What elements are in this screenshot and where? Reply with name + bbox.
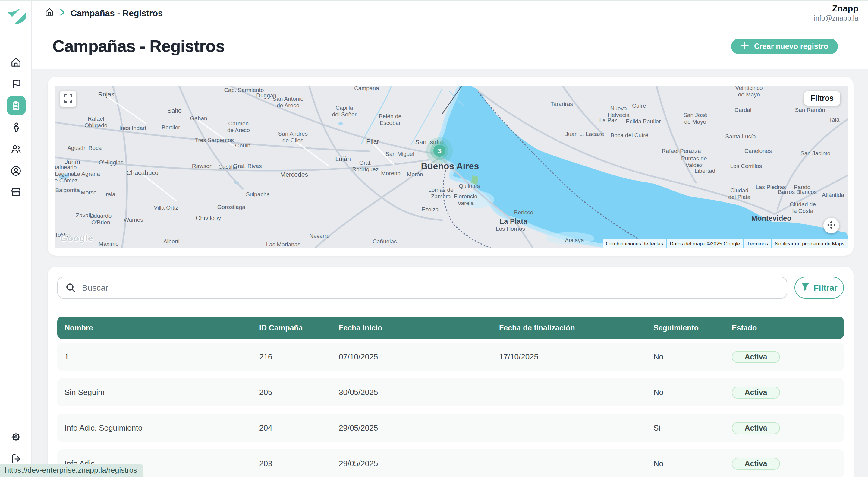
cell-estado: Activa	[732, 386, 844, 398]
plus-icon	[741, 41, 749, 51]
search-field	[57, 277, 787, 298]
sidebar-item-home[interactable]	[0, 56, 32, 68]
page-header: Campañas - Registros Crear nuevo registr…	[32, 25, 868, 67]
cell-id: 203	[259, 459, 339, 468]
main-area: Campañas - Registros Znapp info@znapp.la…	[32, 1, 868, 477]
content-area: RojasCap. SarmientoDugganSan Antonio de …	[32, 69, 868, 477]
sidebar-item-contacts[interactable]	[0, 121, 32, 133]
breadcrumb-label[interactable]: Campañas - Registros	[70, 8, 163, 18]
url-preview: https://dev-enterprise.znapp.la/registro…	[0, 464, 143, 477]
map-cluster-marker[interactable]: 3	[427, 138, 453, 164]
sidebar-item-users[interactable]	[0, 143, 32, 155]
map-attribution-link[interactable]: Términos	[744, 239, 771, 248]
table-row[interactable]: 121607/10/202517/10/2025NoActiva	[57, 342, 844, 371]
search-icon	[65, 282, 76, 296]
records-card: Filtrar NombreID CampañaFecha InicioFech…	[48, 267, 854, 477]
map-attribution-link[interactable]: Notificar un problema de Maps	[772, 239, 847, 248]
funnel-icon	[801, 282, 809, 293]
top-strip	[0, 0, 868, 1]
cell-seguimiento: Si	[653, 423, 732, 433]
sidebar	[0, 0, 32, 477]
cell-seguimiento: No	[653, 352, 732, 361]
cell-estado: Activa	[732, 422, 844, 434]
sidebar-item-registros[interactable]	[0, 96, 32, 115]
app-window: Campañas - Registros Znapp info@znapp.la…	[0, 0, 868, 477]
flag-icon	[10, 79, 22, 89]
fullscreen-icon	[64, 94, 72, 104]
user-name: Znapp	[814, 3, 858, 14]
map-card: RojasCap. SarmientoDugganSan Antonio de …	[48, 77, 854, 256]
column-header: ID Campaña	[259, 324, 339, 332]
status-badge: Activa	[732, 422, 780, 434]
cell-estado: Activa	[732, 351, 844, 363]
filter-button[interactable]: Filtrar	[795, 277, 844, 298]
sidebar-item-store[interactable]	[0, 186, 32, 198]
map-attribution-link[interactable]: Datos del mapa ©2025 Google	[667, 239, 743, 248]
cell-id: 216	[259, 352, 339, 361]
sidebar-item-campaigns[interactable]	[0, 78, 32, 90]
google-logo: Google	[60, 233, 93, 243]
sidebar-item-settings[interactable]	[0, 430, 32, 443]
map-attribution: Combinaciones de teclasDatos del mapa ©2…	[603, 239, 847, 248]
water-shape	[437, 86, 847, 248]
cell-seguimiento: No	[653, 388, 732, 397]
create-record-button[interactable]: Crear nuevo registro	[731, 38, 838, 54]
cell-seguimiento: No	[653, 459, 732, 468]
cell-estado: Activa	[732, 457, 844, 470]
znapp-logo-icon	[4, 5, 28, 26]
cell-id: 204	[259, 423, 339, 433]
table-header: NombreID CampañaFecha InicioFecha de fin…	[57, 317, 844, 339]
map-fullscreen-button[interactable]	[60, 91, 76, 107]
user-menu[interactable]: Znapp info@znapp.la	[814, 3, 858, 23]
cell-inicio: 29/05/2025	[339, 423, 499, 433]
column-header: Fecha de finalización	[499, 324, 653, 332]
table-body: 121607/10/202517/10/2025NoActivaSin Segu…	[57, 342, 844, 477]
znapp-logo	[0, 5, 32, 27]
store-icon	[10, 186, 22, 198]
user-email: info@znapp.la	[814, 14, 858, 23]
table-row[interactable]: Info Adic.20329/05/2025NoActiva	[57, 449, 844, 477]
table-row[interactable]: Info Adic. Seguimiento20429/05/2025SiAct…	[57, 414, 844, 442]
search-input[interactable]	[57, 277, 787, 298]
map-pan-control[interactable]	[824, 218, 839, 233]
cell-id: 205	[259, 388, 339, 397]
status-badge: Activa	[732, 386, 780, 398]
gear-icon	[10, 431, 22, 442]
cell-inicio: 30/05/2025	[339, 388, 499, 397]
pan-arrows-icon	[827, 220, 836, 231]
map-canvas[interactable]: RojasCap. SarmientoDugganSan Antonio de …	[56, 86, 847, 248]
map-filters-button[interactable]: Filtros	[804, 91, 840, 106]
cell-nombre: 1	[64, 352, 259, 361]
sidebar-item-logout[interactable]	[0, 453, 32, 465]
home-icon	[10, 56, 22, 68]
status-badge: Activa	[732, 457, 780, 470]
page-title: Campañas - Registros	[53, 37, 224, 56]
map-geography	[56, 86, 847, 248]
cluster-count: 3	[434, 145, 446, 157]
cell-nombre: Sin Seguim	[64, 388, 259, 397]
sidebar-item-account[interactable]	[0, 165, 32, 177]
roads-minor	[106, 96, 394, 201]
users-icon	[10, 143, 22, 155]
column-header: Estado	[732, 324, 844, 332]
table-row[interactable]: Sin Seguim20530/05/2025NoActiva	[57, 378, 844, 407]
cell-fin: 17/10/2025	[499, 352, 653, 361]
column-header: Seguimiento	[653, 324, 732, 332]
status-badge: Activa	[732, 351, 780, 363]
breadcrumb-home-icon[interactable]	[44, 7, 54, 19]
person-icon	[10, 122, 22, 133]
filter-button-label: Filtrar	[813, 283, 837, 293]
chevron-right-icon	[60, 7, 65, 19]
map-attribution-link[interactable]: Combinaciones de teclas	[603, 239, 666, 248]
cell-inicio: 07/10/2025	[339, 352, 499, 361]
cell-nombre: Info Adic. Seguimiento	[64, 423, 259, 433]
user-circle-icon	[10, 165, 22, 176]
column-header: Nombre	[64, 324, 259, 332]
breadcrumb: Campañas - Registros	[44, 7, 163, 19]
cell-inicio: 29/05/2025	[339, 459, 499, 468]
column-header: Fecha Inicio	[339, 324, 499, 332]
topbar: Campañas - Registros Znapp info@znapp.la	[32, 1, 868, 25]
create-record-label: Crear nuevo registro	[754, 42, 828, 51]
search-row: Filtrar	[57, 277, 844, 298]
logout-icon	[10, 453, 22, 464]
